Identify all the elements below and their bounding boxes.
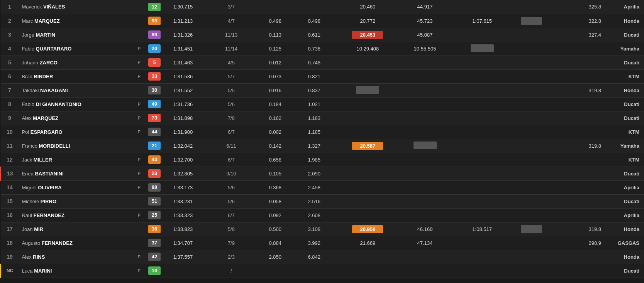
table-row: 6Brad BINDERP331:31.5365/70.0730.821KTM — [1, 69, 644, 83]
rider-last-name: VIÑALES — [43, 4, 65, 10]
rider-number-cell: 42 — [145, 250, 170, 264]
speed-cell — [568, 153, 604, 167]
rider-name-cell: Johann ZARCO — [19, 56, 133, 69]
gap2-cell: 1.185 — [285, 125, 324, 139]
gap1-cell: 0.500 — [246, 222, 285, 236]
rider-last-name: MARTIN — [36, 32, 56, 38]
spacer2-cell — [552, 222, 568, 236]
bar-cell — [511, 125, 552, 139]
rider-name-cell: Fabio QUARTARARO — [19, 42, 133, 56]
position-cell: 3 — [1, 28, 19, 42]
lap-time-cell: 1:31.213 — [170, 14, 217, 28]
spacer2-cell — [552, 0, 568, 14]
speed-cell: 327.4 — [568, 28, 604, 42]
sector2-cell: 47.134 — [396, 236, 453, 250]
rider-first-name: Takaaki — [22, 88, 40, 93]
bar-cell — [511, 0, 552, 14]
speed-cell — [568, 264, 604, 278]
gap2-cell — [285, 0, 324, 14]
speed-cell: 319.8 — [568, 139, 604, 153]
rider-first-name: Miguel — [22, 185, 38, 190]
bar-cell — [511, 111, 552, 125]
rider-number-badge: 23 — [148, 169, 161, 178]
spacer2-cell — [552, 194, 568, 208]
rider-number-badge: 30 — [148, 86, 161, 94]
gap1-cell: 0.658 — [246, 153, 285, 167]
sector1-cell: 20.587 — [339, 139, 396, 153]
position-cell: 2 — [1, 14, 19, 28]
sector1-cell — [339, 264, 396, 278]
rider-number-badge: 12 — [148, 3, 161, 11]
lap-time-cell: 1:31.900 — [170, 125, 217, 139]
rider-name-cell: Jack MILLER — [19, 153, 133, 167]
rider-last-name: DI GIANNANTONIO — [36, 101, 81, 107]
gap2-cell: 0.748 — [285, 56, 324, 69]
spacer-cell — [324, 97, 339, 111]
bar-cell — [511, 69, 552, 83]
rider-number-badge: 44 — [148, 128, 161, 136]
speed-bar — [521, 17, 542, 25]
spacer2-cell — [552, 125, 568, 139]
laps-cell: 11/13 — [217, 28, 246, 42]
table-row: 12Jack MILLERP431:32.7006/70.6581.985KTM — [1, 153, 644, 167]
sector1-cell: 20.460 — [339, 0, 396, 14]
speed-cell — [568, 250, 604, 264]
gap2-cell: 0.736 — [285, 42, 324, 56]
laps-cell: 6/11 — [217, 139, 246, 153]
gap2-cell: 2.458 — [285, 180, 324, 194]
sector1-cell — [339, 56, 396, 69]
speed-cell — [568, 69, 604, 83]
speed-cell — [568, 194, 604, 208]
rider-last-name: BASTIANINI — [35, 171, 63, 177]
gap2-cell: 2.516 — [285, 194, 324, 208]
spacer-cell — [324, 180, 339, 194]
spacer2-cell — [552, 250, 568, 264]
rider-name-cell: Takaaki NAKAGAMI — [19, 83, 133, 97]
sector3-cell — [454, 83, 511, 97]
bar-cell — [511, 14, 552, 28]
speed-cell: 325.8 — [568, 0, 604, 14]
gap1-cell: 0.162 — [246, 111, 285, 125]
sector3-cell — [454, 180, 511, 194]
spacer2-cell — [552, 69, 568, 83]
brand-cell: Ducati — [604, 167, 644, 180]
rider-number-cell: 20 — [145, 42, 170, 56]
rider-first-name: Joan — [22, 226, 34, 232]
spacer-cell — [324, 264, 339, 278]
sector3-bar — [471, 44, 494, 52]
spacer-cell — [324, 236, 339, 250]
rider-name-cell: Franco MORBIDELLI — [19, 139, 133, 153]
rider-number-cell: 73 — [145, 111, 170, 125]
rider-number-badge: 25 — [148, 211, 161, 219]
rider-name-cell: Marc MARQUEZ — [19, 14, 133, 28]
sector2-cell — [396, 69, 453, 83]
gap2-cell: 3.108 — [285, 222, 324, 236]
brand-cell: Ducati — [604, 111, 644, 125]
rider-last-name: ZARCO — [40, 60, 58, 66]
gap1-cell: 0.105 — [246, 167, 285, 180]
lap-time-cell: 1:31.451 — [170, 42, 217, 56]
sector3-cell — [454, 139, 511, 153]
gap1-cell: 0.016 — [246, 83, 285, 97]
rider-last-name: NAKAGAMI — [40, 88, 68, 93]
rider-number-cell: 25 — [145, 208, 170, 222]
rider-number-badge: 36 — [148, 225, 161, 233]
position-cell: 15 — [1, 194, 19, 208]
p-indicator — [133, 236, 145, 250]
gap2-cell: 1.183 — [285, 111, 324, 125]
laps-cell: 3/7 — [217, 0, 246, 14]
lap-time-cell: 1:33.323 — [170, 208, 217, 222]
bar-cell — [511, 56, 552, 69]
rider-last-name: MIR — [34, 226, 43, 232]
rider-number-cell: 30 — [145, 83, 170, 97]
rider-last-name: BINDER — [34, 74, 53, 79]
p-indicator — [133, 28, 145, 42]
spacer2-cell — [552, 208, 568, 222]
brand-cell: Ducati — [604, 28, 644, 42]
position-cell: 4 — [1, 42, 19, 56]
p-indicator: P — [133, 97, 145, 111]
table-row: 9Alex MARQUEZP731:31.8987/80.1621.183Duc… — [1, 111, 644, 125]
rider-name-cell: Pol ESPARGARO — [19, 125, 133, 139]
position-cell: 13 — [1, 167, 19, 180]
rider-last-name: MORBIDELLI — [39, 143, 70, 149]
